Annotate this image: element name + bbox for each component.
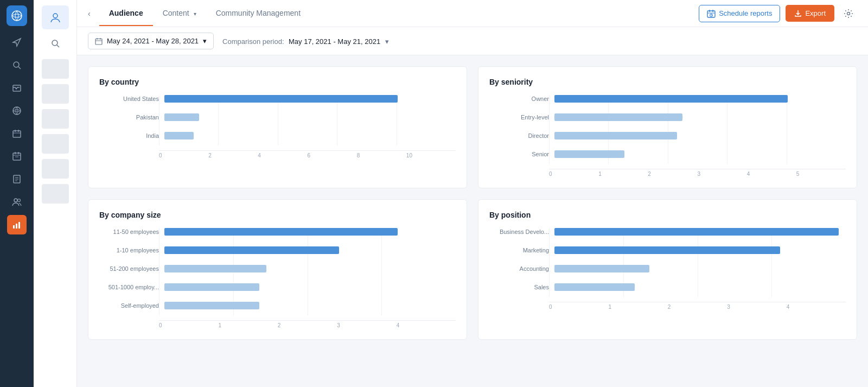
- axis-label: 3: [727, 302, 786, 310]
- bar-fill: [164, 113, 199, 121]
- bar-fill: [554, 265, 649, 272]
- svg-point-4: [13, 107, 21, 115]
- nav-actions: Schedule reports Export: [699, 5, 857, 22]
- bar-label: United States: [99, 96, 159, 102]
- topnav: ‹ Audience Content ▾ Community Managemen…: [77, 0, 868, 27]
- chart-by-seniority-title: By seniority: [489, 78, 846, 86]
- axis-label: 1: [598, 169, 648, 177]
- schedule-icon: [707, 9, 716, 18]
- bar-track: [554, 246, 846, 254]
- sec-icon-search[interactable]: [42, 31, 69, 55]
- bar-fill: [554, 113, 682, 121]
- charts-area: By country United States Pakistan India …: [77, 55, 868, 387]
- bar-track: [554, 150, 846, 158]
- axis-label: 2: [208, 151, 258, 158]
- bar-chart-country: United States Pakistan India 0246810: [99, 95, 456, 158]
- sidebar-item-globe[interactable]: [7, 101, 27, 120]
- bar-label: Accounting: [489, 265, 549, 272]
- axis-label: 3: [337, 321, 396, 328]
- bar-row: United States: [99, 95, 456, 103]
- sidebar-item-people[interactable]: [7, 192, 27, 212]
- sidebar-item-report[interactable]: [7, 169, 27, 189]
- sec-icon-profile[interactable]: [42, 5, 69, 29]
- bar-fill: [164, 95, 398, 103]
- svg-point-24: [52, 40, 58, 46]
- bar-track: [554, 228, 846, 236]
- bar-label: Entry-level: [489, 114, 549, 120]
- bar-label: Sales: [489, 284, 549, 290]
- sec-placeholder-5: [42, 159, 69, 179]
- sidebar-logo[interactable]: [7, 5, 27, 26]
- bar-fill: [554, 283, 635, 291]
- comparison-arrow: ▾: [385, 37, 389, 46]
- svg-point-0: [12, 11, 22, 21]
- bar-chart-seniority: Owner Entry-level Director Senior: [489, 95, 846, 177]
- svg-rect-34: [95, 39, 102, 45]
- sidebar-item-analytics[interactable]: [7, 215, 27, 234]
- bar-fill: [554, 95, 788, 103]
- sidebar-item-search[interactable]: [7, 55, 27, 75]
- chart-by-country-title: By country: [99, 78, 456, 86]
- axis-label: 10: [406, 151, 456, 158]
- bar-fill: [554, 150, 624, 158]
- svg-line-25: [57, 45, 59, 47]
- sidebar-item-calendar[interactable]: [7, 124, 27, 143]
- bar-track: [164, 283, 456, 291]
- axis-label: 4: [397, 321, 456, 328]
- tab-content[interactable]: Content ▾: [153, 1, 206, 26]
- bar-track: [554, 265, 846, 272]
- axis-label: 0: [549, 302, 608, 310]
- bar-row: Marketing: [489, 246, 846, 254]
- filterbar: May 24, 2021 - May 28, 2021 ▾ Comparison…: [77, 27, 868, 55]
- bar-row: Self-employed: [99, 302, 456, 309]
- sidebar-item-inbox[interactable]: [7, 78, 27, 98]
- calendar-icon: [95, 37, 103, 45]
- sidebar: [0, 0, 34, 387]
- axis-label: 3: [698, 169, 747, 177]
- bar-track: [164, 132, 456, 139]
- svg-rect-20: [13, 225, 15, 229]
- bar-label: Pakistan: [99, 114, 159, 120]
- bar-row: India: [99, 132, 456, 139]
- svg-rect-21: [16, 224, 17, 229]
- svg-rect-5: [13, 131, 21, 137]
- bar-label: Senior: [489, 151, 549, 157]
- bar-row: Senior: [489, 150, 846, 158]
- bar-label: India: [99, 132, 159, 139]
- date-range-text: May 24, 2021 - May 28, 2021: [107, 37, 199, 45]
- bar-track: [554, 113, 846, 121]
- content-dropdown-arrow: ▾: [194, 11, 196, 17]
- tab-community[interactable]: Community Management: [206, 1, 310, 26]
- bar-fill: [164, 302, 259, 309]
- export-button[interactable]: Export: [786, 5, 834, 22]
- sidebar-item-send[interactable]: [7, 33, 27, 52]
- chart-by-position-title: By position: [489, 211, 846, 219]
- sidebar-item-calendar2[interactable]: [7, 147, 27, 166]
- bar-fill: [164, 283, 259, 291]
- bar-label: Business Develo...: [489, 229, 549, 235]
- svg-point-18: [14, 199, 17, 202]
- bar-fill: [554, 228, 839, 236]
- bar-fill: [554, 246, 780, 254]
- bar-row: Entry-level: [489, 113, 846, 121]
- comparison-period[interactable]: Comparison period: May 17, 2021 - May 21…: [222, 36, 388, 46]
- bar-track: [164, 246, 456, 254]
- secondary-sidebar: [34, 0, 77, 387]
- schedule-reports-button[interactable]: Schedule reports: [699, 5, 780, 22]
- bar-track: [164, 95, 456, 103]
- svg-rect-22: [18, 222, 20, 229]
- bar-row: Owner: [489, 95, 846, 103]
- bar-track: [164, 113, 456, 121]
- sec-placeholder-6: [42, 184, 69, 204]
- date-range-arrow: ▾: [203, 37, 207, 45]
- settings-button[interactable]: [840, 5, 857, 22]
- back-arrow[interactable]: ‹: [88, 9, 91, 18]
- date-range-picker[interactable]: May 24, 2021 - May 28, 2021 ▾: [88, 33, 214, 49]
- chart-by-country: By country United States Pakistan India …: [88, 66, 467, 188]
- bar-track: [554, 95, 846, 103]
- tab-audience[interactable]: Audience: [99, 1, 153, 26]
- bar-label: Director: [489, 132, 549, 139]
- axis-label: 5: [796, 169, 846, 177]
- bar-row: Accounting: [489, 265, 846, 272]
- comparison-range: May 17, 2021 - May 21, 2021: [289, 37, 380, 46]
